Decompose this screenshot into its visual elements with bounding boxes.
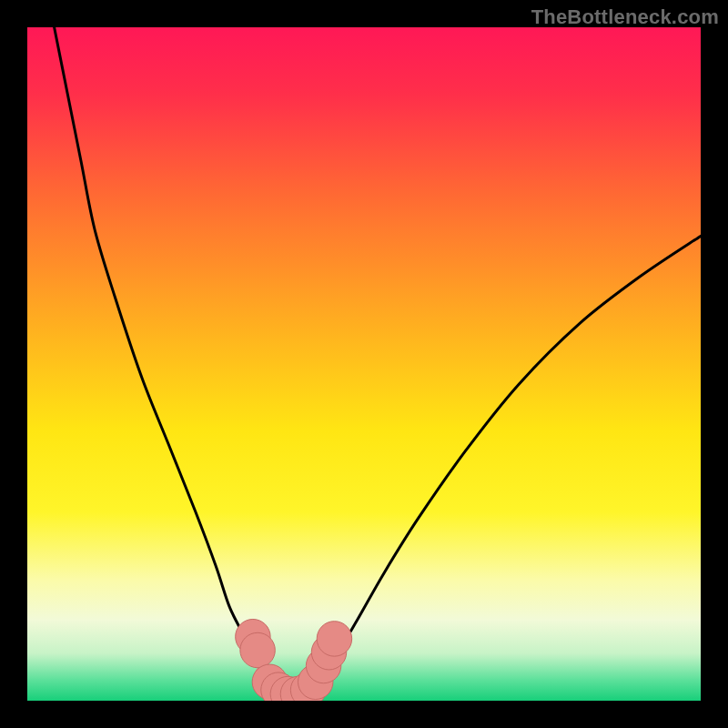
marker-point — [317, 622, 351, 656]
bottleneck-chart — [27, 27, 701, 701]
marker-point — [240, 632, 275, 667]
plot-area — [27, 27, 701, 701]
chart-frame: TheBottleneck.com — [0, 0, 728, 728]
watermark-text: TheBottleneck.com — [531, 5, 719, 29]
gradient-background — [27, 27, 701, 701]
